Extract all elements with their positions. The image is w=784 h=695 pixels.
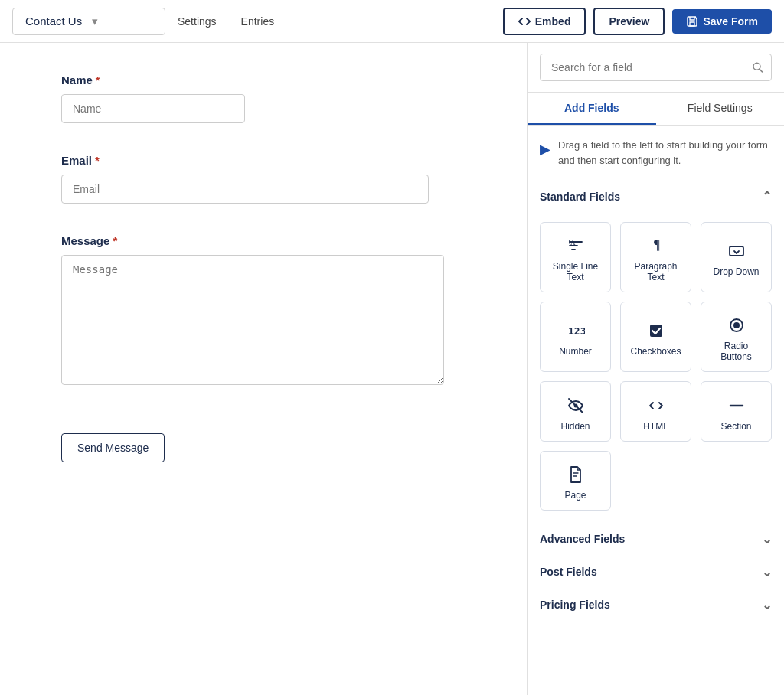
svg-text:123: 123 bbox=[568, 325, 585, 337]
email-input[interactable] bbox=[61, 175, 429, 204]
field-label-email: Email * bbox=[61, 154, 466, 167]
name-input[interactable] bbox=[61, 94, 245, 123]
page-icon bbox=[567, 464, 585, 484]
search-input[interactable] bbox=[540, 54, 772, 81]
svg-point-7 bbox=[733, 322, 740, 328]
embed-icon bbox=[518, 15, 531, 28]
field-card-checkboxes[interactable]: Checkboxes bbox=[620, 302, 691, 372]
tab-field-settings[interactable]: Field Settings bbox=[656, 93, 785, 125]
topbar-actions: Embed Preview Save Form bbox=[503, 8, 772, 35]
nav-links: Settings Entries bbox=[178, 12, 503, 31]
paragraph-label: Paragraph Text bbox=[627, 261, 684, 282]
field-label-message: Message * bbox=[61, 234, 466, 247]
field-group-name: Name * bbox=[61, 73, 466, 123]
section-pricing: Pricing Fields ⌄ bbox=[528, 589, 784, 622]
section-advanced: Advanced Fields ⌄ bbox=[528, 523, 784, 556]
field-card-hidden[interactable]: Hidden bbox=[540, 381, 611, 441]
field-card-single-line[interactable]: A Single Line Text bbox=[540, 222, 611, 292]
page-label: Page bbox=[564, 490, 586, 501]
panel-tabs: Add Fields Field Settings bbox=[528, 93, 784, 126]
chevron-down-icon: ⌄ bbox=[762, 598, 772, 612]
topbar: Contact Us ▾ Settings Entries Embed Prev… bbox=[0, 0, 784, 43]
field-card-dropdown[interactable]: Drop Down bbox=[701, 222, 772, 292]
field-group-email: Email * bbox=[61, 154, 466, 204]
right-panel: Add Fields Field Settings ▶ Drag a field… bbox=[527, 43, 784, 695]
main-layout: Name * Email * Message * Send Message bbox=[0, 43, 784, 695]
preview-button[interactable]: Preview bbox=[593, 8, 665, 35]
dropdown-label: Drop Down bbox=[713, 266, 759, 277]
fields-panel: Standard Fields ⌃ A Single Line bbox=[528, 180, 784, 695]
checkboxes-icon bbox=[647, 320, 665, 340]
submit-button[interactable]: Send Message bbox=[61, 433, 165, 462]
section-label: Section bbox=[720, 421, 751, 432]
single-line-text-icon: A bbox=[567, 235, 585, 255]
section-header-standard[interactable]: Standard Fields ⌃ bbox=[528, 180, 784, 213]
drag-hint: ▶ Drag a field to the left to start buil… bbox=[528, 126, 784, 180]
save-icon bbox=[686, 15, 698, 28]
save-button[interactable]: Save Form bbox=[672, 9, 772, 34]
embed-label: Embed bbox=[535, 15, 571, 28]
html-icon bbox=[647, 394, 665, 414]
single-line-label: Single Line Text bbox=[547, 261, 604, 282]
message-textarea[interactable] bbox=[61, 255, 444, 385]
field-card-page[interactable]: Page bbox=[540, 451, 611, 511]
required-marker: * bbox=[95, 154, 100, 167]
save-label: Save Form bbox=[703, 15, 758, 28]
hidden-label: Hidden bbox=[560, 421, 590, 432]
standard-fields-grid: A Single Line Text ¶ Paragraph Text bbox=[528, 213, 784, 523]
number-label: Number bbox=[559, 346, 592, 357]
radio-buttons-icon bbox=[727, 315, 746, 334]
hidden-icon bbox=[567, 394, 585, 414]
search-icon bbox=[752, 60, 764, 73]
field-card-number[interactable]: 123 Number bbox=[540, 302, 611, 372]
section-standard: Standard Fields ⌃ A Single Line bbox=[528, 180, 784, 523]
field-card-paragraph[interactable]: ¶ Paragraph Text bbox=[620, 222, 691, 292]
number-icon: 123 bbox=[567, 320, 585, 340]
required-marker: * bbox=[113, 234, 117, 247]
section-header-advanced[interactable]: Advanced Fields ⌄ bbox=[528, 523, 784, 556]
form-canvas: Name * Email * Message * Send Message bbox=[0, 43, 527, 695]
embed-button[interactable]: Embed bbox=[503, 8, 586, 35]
section-post: Post Fields ⌄ bbox=[528, 556, 784, 589]
svg-point-8 bbox=[573, 403, 577, 407]
preview-label: Preview bbox=[609, 15, 649, 28]
cursor-icon: ▶ bbox=[540, 139, 550, 160]
section-header-post[interactable]: Post Fields ⌄ bbox=[528, 556, 784, 589]
chevron-down-icon: ⌄ bbox=[762, 532, 772, 547]
field-group-message: Message * bbox=[61, 234, 466, 387]
form-name: Contact Us bbox=[25, 15, 86, 28]
chevron-down-icon: ⌄ bbox=[762, 565, 772, 579]
html-label: HTML bbox=[643, 421, 668, 432]
form-selector[interactable]: Contact Us ▾ bbox=[12, 8, 165, 35]
field-card-html[interactable]: HTML bbox=[620, 381, 691, 441]
required-marker: * bbox=[96, 73, 100, 86]
svg-rect-3 bbox=[730, 246, 743, 256]
nav-settings[interactable]: Settings bbox=[178, 12, 217, 31]
search-bar bbox=[528, 43, 784, 93]
section-icon bbox=[727, 394, 746, 414]
paragraph-text-icon: ¶ bbox=[647, 235, 665, 255]
nav-entries[interactable]: Entries bbox=[241, 12, 275, 31]
radio-label: Radio Buttons bbox=[707, 341, 765, 362]
tab-add-fields[interactable]: Add Fields bbox=[528, 93, 656, 125]
search-bar-inner bbox=[540, 54, 772, 81]
chevron-up-icon: ⌃ bbox=[762, 189, 772, 204]
field-label-name: Name * bbox=[61, 73, 466, 86]
dropdown-icon bbox=[727, 240, 746, 260]
dropdown-arrow-icon: ▾ bbox=[92, 15, 152, 28]
field-card-section[interactable]: Section bbox=[701, 381, 772, 441]
svg-text:A: A bbox=[570, 239, 576, 246]
field-card-radio[interactable]: Radio Buttons bbox=[701, 302, 772, 372]
section-header-pricing[interactable]: Pricing Fields ⌄ bbox=[528, 589, 784, 622]
checkboxes-label: Checkboxes bbox=[630, 346, 681, 357]
svg-text:¶: ¶ bbox=[654, 237, 660, 253]
